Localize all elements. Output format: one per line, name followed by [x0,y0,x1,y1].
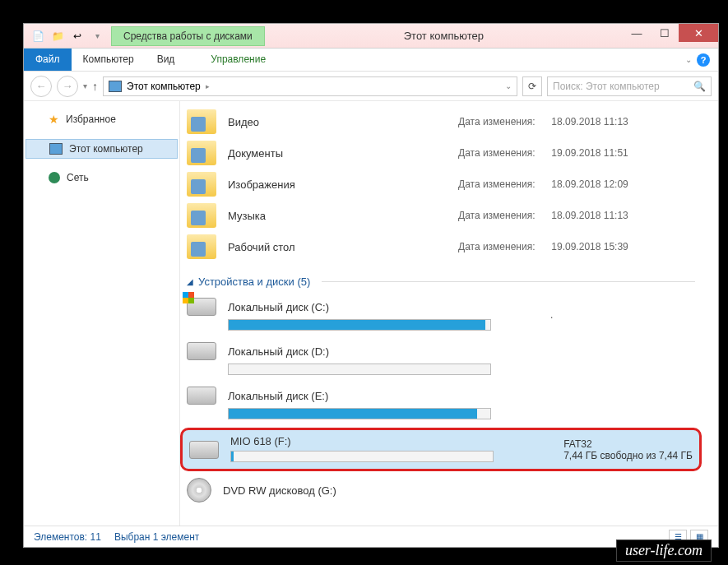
new-folder-icon[interactable]: 📁 [50,29,65,44]
tab-view[interactable]: Вид [146,49,187,71]
computer-icon [49,143,63,155]
help-area: ⌄ ? [685,49,718,71]
folder-row[interactable]: Рабочий стол Дата изменения: 19.09.2018 … [180,231,702,262]
folder-name: Рабочий стол [228,241,458,253]
drive-filesystem: FAT32 [563,438,693,450]
folder-meta: Дата изменения: 18.09.2018 12:09 [458,178,628,190]
folder-meta-value: 18.09.2018 11:13 [551,210,628,221]
folder-meta-label: Дата изменения: [458,116,549,127]
sidebar-item-network[interactable]: Сеть [24,169,179,187]
folder-meta-label: Дата изменения: [458,210,549,221]
capacity-bar-fill [229,409,477,419]
ribbon-collapse-icon[interactable]: ⌄ [685,55,692,64]
address-bar-row: ← → ▾ ↑ Этот компьютер ▸ ⌄ ⟳ Поиск: Этот… [24,72,718,101]
capacity-bar [228,319,491,331]
minimize-button[interactable]: — [623,24,651,42]
quick-access-toolbar: 📄 📁 ↩ ▾ [24,29,111,44]
forward-button[interactable]: → [57,76,78,97]
folder-meta-value: 18.09.2018 12:09 [551,178,628,190]
window-controls: — ☐ ✕ [623,24,718,48]
pc-icon [109,81,122,92]
breadcrumb-separator-icon[interactable]: ▸ [206,82,210,90]
explorer-window: 📄 📁 ↩ ▾ Средства работы с дисками Этот к… [23,23,719,548]
folder-icon [187,109,216,134]
drive-icon [189,441,219,459]
drive-name: DVD RW дисковод (G:) [223,484,336,497]
drive-name: Локальный диск (E:) [228,390,328,402]
folder-name: Музыка [228,210,458,222]
qat-dropdown-icon[interactable]: ▾ [90,29,104,44]
folder-meta: Дата изменения: 19.09.2018 15:39 [458,241,628,252]
folder-icon [187,234,216,259]
sidebar-item-this-pc[interactable]: Этот компьютер [26,139,178,159]
up-button[interactable]: ↑ [92,80,98,93]
address-bar[interactable]: Этот компьютер ▸ ⌄ [103,76,517,96]
history-dropdown-icon[interactable]: ▾ [83,81,87,90]
drive-row[interactable]: Локальный диск (E:) [180,383,702,424]
sidebar-item-favorites[interactable]: ★ Избранное [24,109,179,129]
folder-meta: Дата изменения: 18.09.2018 11:13 [458,116,628,127]
sidebar-label-this-pc: Этот компьютер [69,143,143,155]
properties-icon[interactable]: 📄 [30,29,45,44]
tab-computer[interactable]: Компьютер [72,49,146,71]
capacity-bar [230,451,494,462]
maximize-button[interactable]: ☐ [651,24,679,42]
drive-row-selected[interactable]: MIO 618 (F:) FAT32 7,44 ГБ свободно из 7… [180,428,702,471]
capacity-bar-fill [231,452,234,461]
status-selection: Выбран 1 элемент [114,531,199,543]
sidebar-label-network: Сеть [67,172,89,183]
capacity-bar-fill [229,320,485,330]
folder-icon [187,141,216,165]
address-dropdown-icon[interactable]: ⌄ [505,81,512,90]
refresh-button[interactable]: ⟳ [522,76,542,96]
network-icon [49,172,60,183]
status-item-count: Элементов: 11 [34,531,101,543]
tab-file[interactable]: Файл [24,49,72,71]
folder-name: Видео [228,116,458,128]
drive-name: Локальный диск (C:) [228,301,329,313]
ribbon-tabs: Файл Компьютер Вид Управление ⌄ ? [24,49,718,72]
star-icon: ★ [49,113,59,126]
drive-icon [187,387,216,405]
folder-name: Документы [228,147,458,160]
drive-row[interactable]: DVD RW дисковод (G:) [180,475,702,506]
folder-row[interactable]: Музыка Дата изменения: 18.09.2018 11:13 [180,200,702,231]
folder-row[interactable]: Видео Дата изменения: 18.09.2018 11:13 [180,106,702,137]
folder-row[interactable]: Документы Дата изменения: 19.09.2018 11:… [180,137,702,169]
drive-icon [187,298,216,316]
folder-icon [187,172,216,197]
capacity-bar [228,364,491,375]
undo-icon[interactable]: ↩ [70,29,85,44]
help-icon[interactable]: ? [697,53,710,67]
address-location: Этот компьютер [127,81,201,92]
search-input[interactable]: Поиск: Этот компьютер 🔍 [547,76,712,96]
back-button[interactable]: ← [30,76,52,97]
titlebar: 📄 📁 ↩ ▾ Средства работы с дисками Этот к… [24,24,718,49]
folder-name: Изображения [228,178,458,191]
navigation-pane: ★ Избранное Этот компьютер Сеть [24,101,180,526]
dvd-icon [187,478,211,502]
status-bar: Элементов: 11 Выбран 1 элемент ☰ ▦ [24,526,718,547]
drive-row[interactable]: Локальный диск (D:) [180,339,702,380]
drive-details: FAT32 7,44 ГБ свободно из 7,44 ГБ [563,438,693,461]
tab-manage[interactable]: Управление [186,49,290,71]
folder-row[interactable]: Изображения Дата изменения: 18.09.2018 1… [180,169,702,200]
folder-icon [187,203,216,228]
watermark: user-life.com [616,540,712,562]
capacity-bar [228,408,491,419]
drive-icon [187,342,216,360]
folder-meta: Дата изменения: 18.09.2018 11:13 [458,210,628,221]
drive-row[interactable]: Локальный диск (C:) . [180,294,702,336]
folder-meta-value: 19.09.2018 15:39 [551,241,628,252]
folder-meta-label: Дата изменения: [458,178,549,190]
drive-name: MIO 618 (F:) [230,435,494,447]
content-pane: Видео Дата изменения: 18.09.2018 11:13 Д… [180,101,718,526]
sidebar-label-favorites: Избранное [66,113,116,125]
folder-meta-label: Дата изменения: [458,147,549,159]
close-button[interactable]: ✕ [679,24,718,42]
devices-section-header[interactable]: ◢ Устройства и диски (5) [180,262,702,294]
folder-meta-label: Дата изменения: [458,241,549,252]
devices-header-text: Устройства и диски (5) [198,276,310,288]
drive-name: Локальный диск (D:) [228,345,329,358]
search-placeholder: Поиск: Этот компьютер [553,81,660,92]
